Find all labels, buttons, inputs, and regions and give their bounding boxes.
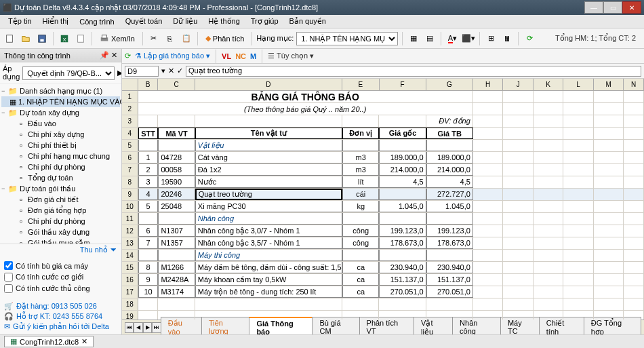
apdung-go-icon[interactable]: ▶ bbox=[117, 69, 122, 77]
col-header[interactable]: G bbox=[426, 79, 473, 90]
formula-input[interactable] bbox=[186, 66, 641, 77]
open-file-button[interactable] bbox=[19, 32, 33, 45]
row-header[interactable]: 16 bbox=[122, 274, 138, 286]
row-header[interactable]: 18 bbox=[122, 298, 138, 310]
row-header[interactable]: 10 bbox=[122, 201, 138, 212]
check-cuoc-thucong[interactable]: Có tính cước thủ công bbox=[4, 283, 117, 294]
tree-item[interactable]: ▫Đầu vào bbox=[1, 118, 120, 129]
close-button[interactable]: ✕ bbox=[622, 1, 641, 14]
check-bugia[interactable]: Có tính bù giá ca máy bbox=[4, 260, 117, 271]
tree-item[interactable]: ▫Chi phí dự phòng bbox=[1, 216, 120, 227]
tree-item[interactable]: ▫Chi phí dự phòng bbox=[1, 161, 120, 172]
calc-button[interactable]: 🖩 bbox=[500, 32, 514, 45]
fx-confirm-icon[interactable]: ✓ bbox=[177, 66, 183, 75]
row-header[interactable]: 14 bbox=[122, 250, 138, 261]
refresh-button[interactable]: ⟳ bbox=[523, 32, 536, 45]
tree-item[interactable]: −📁Dự toán gói thầu bbox=[1, 183, 120, 194]
apdung-combo[interactable]: Quyết định 79/QĐ-B... bbox=[22, 66, 115, 80]
row-header[interactable]: 8 bbox=[122, 176, 138, 188]
menu-he-thong[interactable]: Hệ thống bbox=[203, 16, 245, 27]
menu-ban-quyen[interactable]: Bản quyền bbox=[284, 16, 331, 27]
row-header[interactable]: 17 bbox=[122, 286, 138, 298]
col-header[interactable]: C bbox=[158, 79, 195, 90]
vl-label[interactable]: VL bbox=[222, 52, 231, 60]
minimize-button[interactable]: — bbox=[584, 1, 603, 14]
font-color-button[interactable]: A▾ bbox=[445, 32, 459, 45]
row-header[interactable]: 15 bbox=[122, 262, 138, 273]
tree-item[interactable]: ▫Đơn giá tổng hợp bbox=[1, 205, 120, 216]
row-header[interactable]: 1 bbox=[122, 91, 138, 102]
file-close-icon[interactable]: ✕ bbox=[81, 337, 87, 346]
pin-icon[interactable]: 📌 ✕ bbox=[100, 51, 117, 60]
menu-du-lieu[interactable]: Dữ liệu bbox=[167, 16, 203, 27]
cut-button[interactable]: ✂ bbox=[147, 32, 161, 45]
tab-nav-last[interactable]: ⏭ bbox=[152, 322, 161, 333]
row-header[interactable]: 3 bbox=[122, 115, 138, 127]
maximize-button[interactable]: ▭ bbox=[603, 1, 622, 14]
tree-item[interactable]: ▫Chi phí thiết bị bbox=[1, 140, 120, 151]
fill-color-button[interactable]: ⬛▾ bbox=[462, 32, 475, 45]
fx-dropdown-icon[interactable]: ▾ bbox=[161, 66, 165, 75]
spreadsheet-grid[interactable]: B C D E F G H J K L M N 1BẢNG GIÁ THÔNG … bbox=[122, 79, 644, 320]
tree-item[interactable]: −📁Danh sách hạng mục (1) bbox=[1, 85, 120, 96]
row-header[interactable]: 5 bbox=[122, 140, 138, 151]
row-header[interactable]: 9 bbox=[122, 189, 138, 200]
tree-item[interactable]: ▦1. NHẬP TÊN HẠNG MỤC VÀO ĐÂY bbox=[1, 96, 120, 107]
tree-item[interactable]: ▫Chi phí xây dựng bbox=[1, 129, 120, 140]
menu-tro-giup[interactable]: Trợ giúp bbox=[245, 16, 284, 27]
tree-item[interactable]: −📁Dự toán xây dựng bbox=[1, 107, 120, 118]
lap-gia-link[interactable]: ⚗ Lập giá thông báo ▾ bbox=[135, 52, 210, 60]
tool-b-button[interactable]: ▤ bbox=[423, 32, 437, 45]
tuychon-link[interactable]: ☰ Tùy chọn ▾ bbox=[268, 52, 314, 60]
tool-a-button[interactable]: ▦ bbox=[407, 32, 420, 45]
col-header[interactable]: K bbox=[534, 79, 563, 90]
col-header[interactable]: B bbox=[138, 79, 159, 90]
tab-nav-prev[interactable]: ◀ bbox=[134, 322, 142, 333]
print-preview-button[interactable]: Xem/In bbox=[96, 32, 138, 45]
save-button[interactable] bbox=[35, 32, 49, 45]
menu-cong-trinh[interactable]: Công trình bbox=[74, 16, 119, 27]
tree-item[interactable]: ▫Chi phí hạng mục chung bbox=[1, 151, 120, 161]
col-header[interactable]: L bbox=[563, 79, 593, 90]
corner-cell[interactable] bbox=[122, 79, 138, 90]
menu-quyet-toan[interactable]: Quyết toán bbox=[120, 16, 168, 27]
col-header[interactable]: M bbox=[594, 79, 624, 90]
nc-label[interactable]: NC bbox=[235, 52, 246, 60]
col-header[interactable]: H bbox=[473, 79, 503, 90]
project-tree[interactable]: −📁Danh sách hạng mục (1)▦1. NHẬP TÊN HẠN… bbox=[0, 84, 121, 244]
tree-item[interactable]: ▫Gói thầu xây dựng bbox=[1, 227, 120, 237]
tab-nav-next[interactable]: ▶ bbox=[143, 322, 152, 333]
row-header[interactable]: 19 bbox=[122, 311, 138, 320]
grid-button[interactable]: ⊞ bbox=[484, 32, 498, 45]
file-tab[interactable]: ▦ CongTrinh12.dtc8 ✕ bbox=[4, 336, 94, 347]
check-cuoc-cogioi[interactable]: Có tính cước cơ giới bbox=[4, 271, 117, 283]
link-phanhoi[interactable]: ✉ Gửi ý kiến phản hồi tới Delta bbox=[4, 322, 117, 332]
row-header[interactable]: 13 bbox=[122, 237, 138, 249]
row-header[interactable]: 4 bbox=[122, 128, 138, 139]
tab-nav-first[interactable]: ⏮ bbox=[125, 322, 134, 333]
col-header[interactable]: F bbox=[380, 79, 426, 90]
row-header[interactable]: 7 bbox=[122, 164, 138, 176]
doc-button[interactable] bbox=[74, 32, 87, 45]
excel-export-button[interactable]: X bbox=[58, 32, 71, 45]
fx-cancel-icon[interactable]: ✕ bbox=[168, 66, 174, 75]
col-header[interactable]: D bbox=[195, 79, 342, 90]
row-header[interactable]: 2 bbox=[122, 103, 138, 115]
menu-hien-thi[interactable]: Hiển thị bbox=[37, 16, 75, 27]
row-header[interactable]: 11 bbox=[122, 213, 138, 225]
paste-button[interactable]: 📋 bbox=[180, 32, 193, 45]
cell-reference-input[interactable] bbox=[125, 66, 159, 77]
thunho-link[interactable]: Thu nhỏ ⏷ bbox=[80, 246, 117, 254]
menu-tep-tin[interactable]: Tệp tin bbox=[3, 16, 37, 27]
link-dathang[interactable]: 🛒 Đặt hàng: 0913 505 026 bbox=[4, 301, 117, 311]
new-file-button[interactable] bbox=[3, 32, 16, 45]
tree-item[interactable]: ▫Tổng dự toán bbox=[1, 172, 120, 183]
col-header[interactable]: J bbox=[503, 79, 533, 90]
row-header[interactable]: 6 bbox=[122, 152, 138, 163]
row-header[interactable]: 12 bbox=[122, 225, 138, 237]
hangmuc-combo[interactable]: 1. NHẬP TÊN HẠNG MỤC VÀ... bbox=[296, 32, 398, 45]
analyze-button[interactable]: ◆Phân tích bbox=[202, 32, 247, 45]
col-header[interactable]: E bbox=[342, 79, 379, 90]
link-hotro[interactable]: 🎧 Hỗ trợ KT: 0243 555 8764 bbox=[4, 311, 117, 322]
tree-item[interactable]: ▫Đơn giá chi tiết bbox=[1, 194, 120, 205]
